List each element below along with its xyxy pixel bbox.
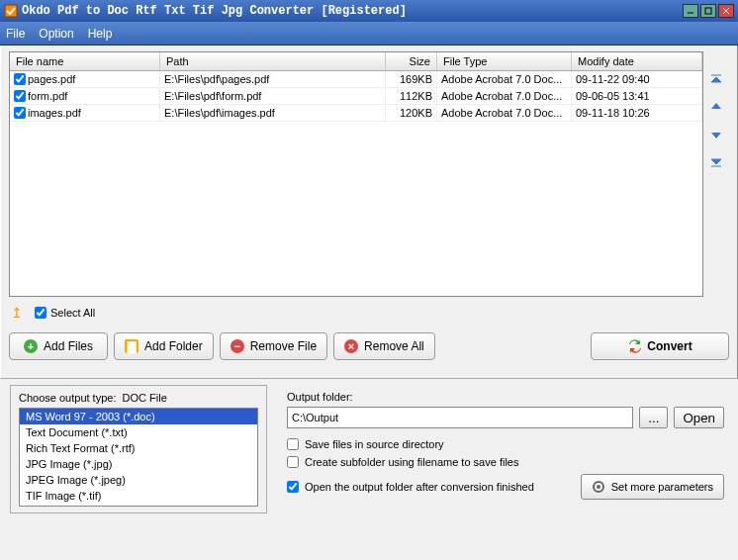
row-checkbox[interactable] [14, 107, 26, 119]
remove-all-button[interactable]: × Remove All [333, 332, 435, 360]
save-source-checkbox[interactable] [287, 438, 299, 450]
output-folder-label: Output folder: [287, 391, 724, 403]
select-all-checkbox[interactable] [35, 307, 46, 319]
folder-icon: ▇ [125, 339, 138, 353]
row-size: 169KB [386, 71, 437, 87]
file-table: File name Path Size File Type Modify dat… [9, 51, 703, 297]
plus-icon: + [24, 339, 38, 353]
row-checkbox[interactable] [14, 73, 26, 85]
col-filename[interactable]: File name [10, 52, 160, 70]
reorder-buttons [703, 51, 729, 297]
row-path: E:\Files\pdf\images.pdf [160, 105, 386, 121]
col-filetype[interactable]: File Type [437, 52, 572, 70]
add-files-button[interactable]: + Add Files [9, 332, 108, 360]
open-after-checkbox[interactable] [287, 481, 299, 493]
col-size[interactable]: Size [386, 52, 437, 70]
menubar: File Option Help [0, 22, 738, 46]
col-path[interactable]: Path [160, 52, 386, 70]
list-item[interactable]: Rich Text Format (*.rtf) [20, 440, 257, 456]
up-folder-icon[interactable]: ↥ [11, 305, 23, 321]
output-type-group: Choose output type: DOC File MS Word 97 … [10, 385, 267, 513]
list-item[interactable]: MS Word 97 - 2003 (*.doc) [20, 409, 257, 424]
row-path: E:\Files\pdf\pages.pdf [160, 71, 386, 87]
gear-icon [592, 480, 605, 494]
row-filename: pages.pdf [28, 73, 75, 85]
row-date: 09-06-05 13:41 [572, 88, 702, 104]
row-path: E:\Files\pdf\form.pdf [160, 88, 386, 104]
table-row[interactable]: form.pdfE:\Files\pdf\form.pdf112KBAdobe … [10, 88, 702, 105]
table-row[interactable]: pages.pdfE:\Files\pdf\pages.pdf169KBAdob… [10, 71, 702, 88]
minimize-button[interactable] [683, 4, 698, 18]
set-more-parameters-button[interactable]: Set more parameters [581, 474, 724, 500]
move-bottom-icon[interactable] [708, 154, 724, 170]
svg-rect-2 [705, 8, 711, 14]
table-row[interactable]: images.pdfE:\Files\pdf\images.pdf120KBAd… [10, 105, 702, 122]
list-item[interactable]: JPG Image (*.jpg) [20, 456, 257, 472]
output-folder-input[interactable] [287, 407, 633, 428]
list-item[interactable]: TIF Image (*.tif) [20, 488, 257, 504]
row-type: Adobe Acrobat 7.0 Doc... [437, 71, 572, 87]
browse-button[interactable]: ... [639, 407, 668, 428]
minus-icon: − [231, 339, 244, 353]
maximize-button[interactable] [700, 4, 716, 18]
create-subfolder-checkbox[interactable] [287, 456, 299, 468]
move-up-icon[interactable] [708, 99, 724, 115]
window-title: Okdo Pdf to Doc Rtf Txt Tif Jpg Converte… [22, 4, 683, 18]
convert-button[interactable]: Convert [591, 332, 729, 360]
row-filename: form.pdf [28, 90, 67, 102]
select-all-label: Select All [50, 307, 95, 319]
row-type: Adobe Acrobat 7.0 Doc... [437, 88, 572, 104]
col-modifydate[interactable]: Modify date [572, 52, 702, 70]
create-subfolder-label: Create subfolder using filename to save … [305, 456, 518, 468]
row-size: 112KB [386, 88, 437, 104]
menu-help[interactable]: Help [88, 27, 113, 41]
close-button[interactable] [718, 4, 734, 18]
titlebar: Okdo Pdf to Doc Rtf Txt Tif Jpg Converte… [0, 0, 738, 22]
app-icon [4, 4, 18, 18]
open-after-label: Open the output folder after conversion … [305, 481, 534, 493]
list-item[interactable]: JPEG Image (*.jpeg) [20, 472, 257, 488]
x-icon: × [344, 339, 358, 353]
svg-point-6 [597, 485, 600, 489]
output-type-current: DOC File [123, 392, 167, 404]
row-date: 09-11-18 10:26 [572, 105, 702, 121]
save-source-label: Save files in source directory [305, 438, 444, 450]
list-item[interactable]: Text Document (*.txt) [20, 424, 257, 440]
menu-option[interactable]: Option [39, 27, 73, 41]
row-checkbox[interactable] [14, 90, 26, 102]
row-date: 09-11-22 09:40 [572, 71, 702, 87]
remove-file-button[interactable]: − Remove File [220, 332, 327, 360]
open-folder-button[interactable]: Open [674, 407, 724, 428]
output-type-listbox[interactable]: MS Word 97 - 2003 (*.doc)Text Document (… [19, 408, 258, 507]
menu-file[interactable]: File [6, 27, 25, 41]
add-folder-button[interactable]: ▇ Add Folder [114, 332, 214, 360]
convert-icon [627, 339, 641, 353]
output-panel: Output folder: ... Open Save files in so… [283, 385, 728, 513]
output-type-label: Choose output type: [19, 392, 116, 404]
svg-rect-0 [5, 5, 17, 17]
row-size: 120KB [386, 105, 437, 121]
table-header: File name Path Size File Type Modify dat… [10, 52, 702, 71]
move-down-icon[interactable] [708, 127, 724, 142]
move-top-icon[interactable] [708, 71, 724, 87]
row-filename: images.pdf [28, 107, 81, 119]
row-type: Adobe Acrobat 7.0 Doc... [437, 105, 572, 121]
